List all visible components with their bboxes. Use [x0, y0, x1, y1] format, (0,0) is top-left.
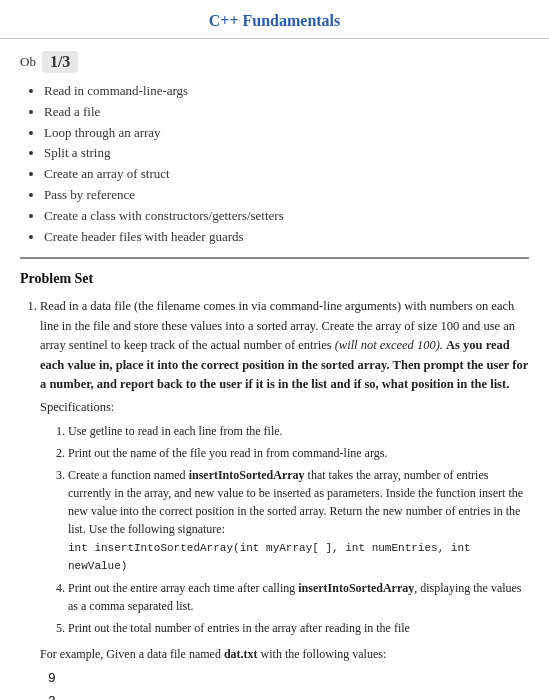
objectives-label: Ob — [20, 54, 36, 70]
function-ref-1: insertIntoSortedArray — [298, 581, 414, 595]
problem-set-section: Problem Set Read in a data file (the fil… — [20, 259, 529, 700]
function-signature: int insertIntoSortedArray(int myArray[ ]… — [68, 542, 471, 573]
list-item: Create header files with header guards — [44, 227, 529, 248]
problem-item-1: Read in a data file (the filename comes … — [40, 297, 529, 700]
specs-label: Specifications: — [40, 398, 529, 417]
list-item: Loop through an array — [44, 123, 529, 144]
page-content: Ob 1/3 Read in command-line-args Read a … — [0, 39, 549, 700]
problem-list: Read in a data file (the filename comes … — [20, 297, 529, 700]
specs-list: Use getline to read in each line from th… — [40, 422, 529, 637]
example-intro: For example, Given a data file named dat… — [40, 645, 529, 663]
list-item: Split a string — [44, 143, 529, 164]
page-indicator: 1/3 — [42, 51, 78, 73]
spec-item-5: Print out the total number of entries in… — [68, 619, 529, 637]
code-line-2: 3 — [48, 690, 529, 700]
list-item: Pass by reference — [44, 185, 529, 206]
problem-1-bold: As you read each value in, place it into… — [40, 338, 528, 391]
code-line-1: 9 — [48, 667, 529, 690]
list-item: Read a file — [44, 102, 529, 123]
page-container: C++ Fundamentals Ob 1/3 Read in command-… — [0, 0, 549, 700]
page-title: C++ Fundamentals — [20, 12, 529, 30]
objectives-section: Ob 1/3 Read in command-line-args Read a … — [20, 47, 529, 259]
list-item: Create an array of struct — [44, 164, 529, 185]
filename-bold: dat.txt — [224, 647, 258, 661]
example-section: For example, Given a data file named dat… — [40, 645, 529, 700]
spec-item-4: Print out the entire array each time aft… — [68, 579, 529, 615]
problem-set-title: Problem Set — [20, 271, 529, 287]
spec-item-2: Print out the name of the file you read … — [68, 444, 529, 462]
spec-item-1: Use getline to read in each line from th… — [68, 422, 529, 440]
problem-1-text: Read in a data file (the filename comes … — [40, 299, 528, 391]
code-block: 9 3 6 — [40, 667, 529, 700]
page-header: C++ Fundamentals — [0, 0, 549, 39]
function-name: insertIntoSortedArray — [189, 468, 305, 482]
problem-1-italic: (will not exceed 100). — [335, 338, 443, 352]
list-item: Read in command-line-args — [44, 81, 529, 102]
objectives-list: Read in command-line-args Read a file Lo… — [20, 81, 529, 247]
spec-item-3: Create a function named insertIntoSorted… — [68, 466, 529, 575]
list-item: Create a class with constructors/getters… — [44, 206, 529, 227]
